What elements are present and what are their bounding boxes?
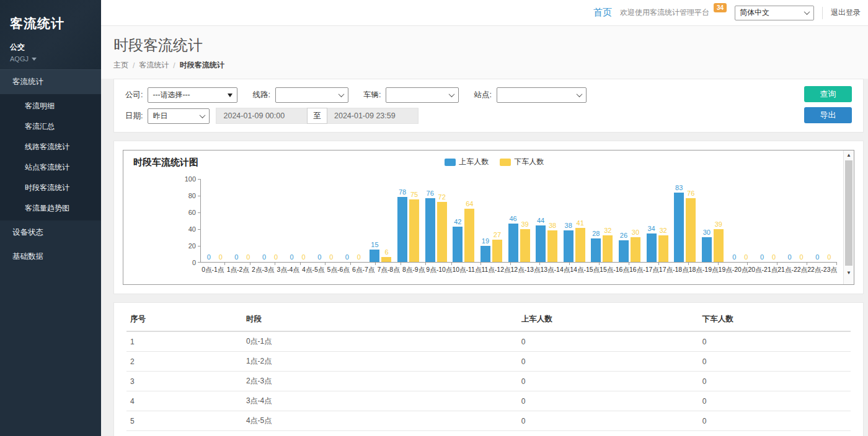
bar: 83	[674, 193, 684, 262]
bar-group: 4639	[505, 179, 533, 262]
company-select[interactable]: ---请选择---	[148, 87, 237, 103]
bar: 44	[536, 225, 546, 262]
x-axis-label: 14点-15点	[570, 263, 600, 274]
divider	[822, 7, 823, 19]
table-header-row: 序号 时段 上车人数 下车人数	[126, 308, 851, 331]
legend-label: 下车人数	[514, 157, 544, 167]
bar-value-label: 0	[219, 253, 223, 261]
bar: 30	[702, 237, 712, 263]
date-preset-select[interactable]: 昨日	[148, 108, 210, 124]
bar-group: 2630	[616, 179, 644, 262]
chart-scrollbar[interactable]: ▲ ▼	[843, 150, 854, 284]
x-axis-label: 4点-5点	[301, 263, 326, 274]
bar-value-label: 76	[427, 190, 434, 197]
sidebar-section-passenger-stats[interactable]: 客流统计	[0, 69, 101, 94]
x-axis-label: 7点-8点	[376, 263, 401, 274]
sidebar-item[interactable]: 线路客流统计	[0, 137, 101, 157]
x-axis-label: 9点-10点	[426, 263, 452, 274]
column-header-alighting: 下车人数	[699, 308, 851, 331]
chart-box: 时段车流统计图 上车人数 下车人数 0204060801000000000000…	[123, 150, 854, 285]
sidebar-item[interactable]: 客流量趋势图	[0, 198, 101, 219]
chevron-down-icon	[339, 91, 345, 97]
bar: 41	[575, 228, 585, 262]
bar-group: 00	[284, 179, 312, 262]
bar-value-label: 38	[565, 222, 572, 229]
bar-group: 00	[339, 179, 367, 262]
table-cell: 0	[518, 331, 699, 352]
legend-item-boarding[interactable]: 上车人数	[445, 157, 489, 167]
bar-group: 3841	[560, 179, 588, 262]
bar-value-label: 72	[438, 193, 446, 201]
breadcrumb-passenger-stats[interactable]: 客流统计	[139, 60, 169, 71]
legend-item-alighting[interactable]: 下车人数	[500, 157, 544, 167]
filter-panel: 公司: ---请选择--- 线路: 车辆:	[113, 79, 864, 133]
welcome-text: 欢迎使用客流统计管理平台	[620, 7, 709, 18]
sidebar-section-device-status[interactable]: 设备状态	[0, 220, 101, 245]
line-select[interactable]	[275, 87, 348, 103]
scroll-down-icon[interactable]: ▼	[844, 270, 854, 276]
y-axis-label: 80	[172, 191, 196, 200]
breadcrumb-home[interactable]: 主页	[113, 60, 128, 71]
x-axis-labels: 0点-1点1点-2点2点-3点3点-4点4点-5点5点-6点6点-7点7点-8点…	[200, 263, 837, 274]
scroll-up-icon[interactable]: ▲	[844, 152, 854, 158]
bar-group: 00	[311, 179, 339, 262]
bar-group: 3039	[699, 179, 727, 262]
table-cell: 2点-3点	[242, 372, 518, 391]
home-link[interactable]: 首页	[593, 7, 612, 19]
bar-value-label: 0	[827, 253, 831, 261]
date-to-label: 至	[307, 108, 327, 124]
table-cell: 0	[699, 431, 851, 436]
sidebar-section-base-data[interactable]: 基础数据	[0, 245, 101, 269]
chevron-down-icon	[576, 91, 582, 97]
bar-value-label: 0	[262, 253, 266, 261]
notification-badge[interactable]: 34	[714, 3, 727, 12]
bar-group: 3432	[644, 179, 671, 262]
bar-value-label: 0	[772, 253, 776, 261]
logout-link[interactable]: 退出登录	[831, 7, 861, 18]
submenu: 客流明细客流汇总线路客流统计站点客流统计时段客流统计客流量趋势图	[0, 94, 101, 220]
bar-value-label: 26	[620, 232, 627, 239]
column-header-boarding: 上车人数	[518, 308, 699, 331]
station-select[interactable]	[497, 87, 587, 103]
sidebar-item[interactable]: 站点客流统计	[0, 157, 101, 178]
sidebar-item[interactable]: 客流明细	[0, 96, 101, 116]
x-axis-label: 13点-14点	[540, 263, 570, 274]
org-code-dropdown[interactable]: AQGJ	[10, 55, 91, 63]
bar: 30	[631, 237, 640, 263]
date-preset-value: 昨日	[153, 111, 167, 121]
export-button[interactable]: 导出	[804, 107, 852, 123]
bar: 38	[547, 230, 557, 262]
x-axis-label: 1点-2点	[225, 263, 250, 274]
bar: 75	[409, 199, 419, 262]
language-select[interactable]: 简体中文	[735, 6, 814, 20]
bar-value-label: 0	[329, 253, 333, 261]
column-header-index: 序号	[126, 308, 242, 331]
bar-value-label: 15	[371, 241, 378, 248]
chart-panel: 时段车流统计图 上车人数 下车人数 0204060801000000000000…	[113, 141, 864, 294]
bar-group: 00	[256, 179, 284, 262]
chart-title: 时段车流统计图	[133, 157, 198, 168]
y-axis-label: 20	[172, 242, 196, 250]
vehicle-select[interactable]	[386, 87, 459, 103]
dropdown-arrow-icon	[228, 94, 232, 97]
bar-value-label: 39	[715, 220, 722, 228]
sidebar-item[interactable]: 客流汇总	[0, 116, 101, 137]
bar-group: 7875	[394, 179, 422, 262]
x-axis-label: 17点-18点	[659, 263, 689, 274]
table-cell: 1点-2点	[242, 352, 518, 372]
table-cell: 3点-4点	[242, 391, 518, 411]
date-start-input[interactable]: 2024-01-09 00:00	[216, 108, 308, 124]
scrollbar-thumb[interactable]	[845, 160, 852, 266]
table-cell: 0	[699, 372, 851, 391]
date-end-input[interactable]: 2024-01-09 23:59	[327, 108, 418, 124]
table-row: 21点-2点00	[126, 352, 851, 372]
page-title: 时段客流统计	[113, 35, 856, 55]
x-axis-label: 10点-11点	[452, 263, 481, 274]
bar: 32	[658, 235, 668, 262]
sidebar-item[interactable]: 时段客流统计	[0, 178, 101, 198]
bar-group: 00	[782, 179, 810, 262]
bar-value-label: 64	[466, 200, 473, 207]
query-button[interactable]: 查询	[804, 86, 852, 102]
y-axis-label: 60	[172, 208, 196, 217]
table-cell: 4点-5点	[242, 411, 518, 431]
